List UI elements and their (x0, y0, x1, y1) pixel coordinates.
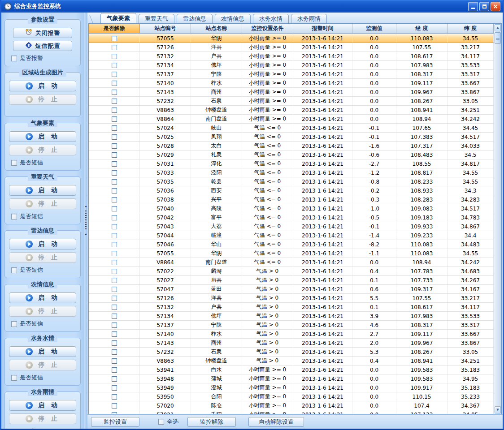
table-row[interactable]: 57143商州小时雨量 >= 02013-1-6 14:210.0109.967… (89, 88, 494, 97)
table-row[interactable]: 57040高陵气温 <= 02013-1-6 14:21-1.0109.0833… (89, 204, 494, 213)
table-row[interactable]: 57137宁陕气温 > 02013-1-6 14:214.6108.31733.… (89, 321, 494, 330)
table-row[interactable]: 57031淳化气温 <= 02013-1-6 14:21-2.7108.5534… (89, 159, 494, 168)
start-button[interactable]: 启 动 (9, 292, 76, 303)
column-header-3[interactable]: 站点名称 (191, 24, 242, 33)
tab-2[interactable]: 重要天气 (139, 14, 174, 23)
sms-checkbox[interactable] (11, 375, 17, 381)
release-checkbox[interactable] (112, 376, 117, 382)
monitor-release-button[interactable]: 监控解除 (187, 417, 236, 427)
table-row[interactable]: 57028太白气温 <= 02013-1-6 14:21-1.6107.3173… (89, 142, 494, 150)
release-checkbox[interactable] (112, 188, 117, 194)
table-row[interactable]: 57132户县小时雨量 >= 02013-1-6 14:210.0108.617… (89, 52, 494, 61)
release-checkbox[interactable] (112, 63, 117, 68)
alarm-checkbox[interactable] (11, 56, 17, 61)
release-checkbox[interactable] (112, 197, 117, 202)
release-checkbox[interactable] (112, 116, 117, 122)
release-checkbox[interactable] (112, 251, 117, 256)
release-checkbox[interactable] (112, 403, 117, 408)
column-header-4[interactable]: 监控设置条件 (242, 24, 293, 33)
table-row[interactable]: 57143商州气温 > 02013-1-6 14:212.0109.96733.… (89, 339, 494, 348)
release-checkbox[interactable] (112, 99, 117, 104)
table-row[interactable]: 57126洋县气温 > 02013-1-6 14:215.5107.5533.2… (89, 294, 494, 303)
column-header-2[interactable]: 站点编号 (140, 24, 191, 33)
start-button[interactable]: 启 动 (9, 131, 76, 142)
release-checkbox[interactable] (112, 287, 117, 292)
scroll-up-button[interactable]: ▲ (495, 24, 501, 31)
table-row[interactable]: V8863钟楼盘道小时雨量 >= 02013-1-6 14:210.0108.9… (89, 106, 494, 115)
table-row[interactable]: 57232石泉气温 > 02013-1-6 14:215.3108.26733.… (89, 348, 494, 357)
sidebar-splitter[interactable]: ◂ ◂ (84, 13, 87, 429)
table-row[interactable]: 57055华阴气温 <= 02013-1-6 14:21-1.1110.0833… (89, 249, 494, 258)
release-checkbox[interactable] (112, 242, 117, 247)
release-checkbox[interactable] (112, 305, 117, 310)
scrollbar-thumb[interactable] (495, 32, 501, 44)
table-row[interactable]: 57140柞水气温 > 02013-1-6 14:212.7109.11733.… (89, 330, 494, 339)
release-checkbox[interactable] (112, 108, 117, 113)
table-row[interactable]: 57022麟游气温 > 02013-1-6 14:210.4107.78334.… (89, 267, 494, 276)
release-checkbox[interactable] (112, 296, 117, 301)
release-checkbox[interactable] (112, 358, 117, 364)
table-row[interactable]: 57042富平气温 <= 02013-1-6 14:21-0.5109.1833… (89, 213, 494, 222)
release-checkbox[interactable] (112, 134, 117, 140)
table-row[interactable]: 57132户县气温 > 02013-1-6 14:210.1108.61734.… (89, 303, 494, 312)
release-checkbox[interactable] (112, 394, 117, 400)
table-row[interactable]: V8863钟楼盘道气温 > 02013-1-6 14:210.4108.9413… (89, 357, 494, 366)
monitor-set-button[interactable]: 监控设置 (91, 417, 139, 427)
release-checkbox[interactable] (112, 349, 117, 355)
table-row[interactable]: 57035乾县气温 <= 02013-1-6 14:21-0.8108.2333… (89, 177, 494, 186)
column-header-1[interactable]: 是否解除 (89, 24, 140, 33)
close-alarm-button[interactable]: 关闭报警 (13, 28, 72, 38)
table-row[interactable]: 57232石泉小时雨量 >= 02013-1-6 14:210.0108.267… (89, 97, 494, 106)
start-button[interactable]: 启 动 (9, 239, 76, 249)
release-checkbox[interactable] (112, 367, 117, 373)
auto-release-button[interactable]: 自动解除设置 (248, 417, 304, 427)
table-row[interactable]: 57044临潼气温 <= 02013-1-6 14:21-1.4109.2333… (89, 231, 494, 240)
start-button[interactable]: 启 动 (9, 185, 76, 196)
table-row[interactable]: 57020陈仓小时雨量 >= 02013-1-6 14:210.0107.434… (89, 401, 494, 410)
close-button[interactable]: × (491, 2, 500, 11)
table-row[interactable]: 53950合阳小时雨量 >= 02013-1-6 14:210.0110.153… (89, 392, 494, 401)
release-checkbox[interactable] (112, 385, 117, 391)
start-button[interactable]: 启 动 (9, 400, 76, 411)
table-row[interactable]: 53948蒲城小时雨量 >= 02013-1-6 14:210.0109.583… (89, 374, 494, 383)
tab-6[interactable]: 水务雨情 (291, 14, 327, 23)
release-checkbox[interactable] (112, 322, 117, 328)
release-checkbox[interactable] (112, 206, 117, 211)
table-row[interactable]: 57134佛坪气温 > 02013-1-6 14:213.9107.98333.… (89, 312, 494, 321)
table-row[interactable]: 57137宁陕小时雨量 >= 02013-1-6 14:210.0108.317… (89, 70, 494, 79)
column-header-8[interactable]: 纬 度 (448, 24, 494, 33)
table-row[interactable]: 53949澄城小时雨量 >= 02013-1-6 14:210.0109.917… (89, 383, 494, 392)
release-checkbox[interactable] (112, 90, 117, 95)
release-checkbox[interactable] (112, 81, 117, 86)
table-row[interactable]: 57033泾阳气温 <= 02013-1-6 14:21-1.2108.8173… (89, 168, 494, 177)
table-row[interactable]: 57029礼泉气温 <= 02013-1-6 14:21-0.6108.4833… (89, 150, 494, 159)
table-row[interactable]: 57024岐山气温 <= 02013-1-6 14:21-0.1107.6534… (89, 124, 494, 133)
table-row[interactable]: 57134佛坪小时雨量 >= 02013-1-6 14:210.0107.983… (89, 61, 494, 70)
tab-4[interactable]: 农情信息 (215, 14, 251, 23)
release-checkbox[interactable] (112, 143, 117, 149)
release-checkbox[interactable] (112, 72, 117, 77)
scrollbar-track[interactable] (494, 44, 501, 406)
release-checkbox[interactable] (112, 233, 117, 238)
release-checkbox[interactable] (112, 224, 117, 229)
release-checkbox[interactable] (112, 54, 117, 59)
vertical-scrollbar[interactable]: ▲ ▼ (494, 24, 501, 414)
select-all-checkbox[interactable] (158, 419, 164, 425)
release-checkbox[interactable] (112, 170, 117, 176)
release-checkbox[interactable] (112, 314, 117, 319)
scroll-down-button[interactable]: ▼ (495, 406, 501, 413)
column-header-6[interactable]: 监测值 (352, 24, 396, 33)
release-checkbox[interactable] (112, 278, 117, 283)
table-row[interactable]: 57038兴平气温 <= 02013-1-6 14:21-0.3108.2833… (89, 195, 494, 204)
table-row[interactable]: 57046华山气温 <= 02013-1-6 14:21-8.2110.0833… (89, 240, 494, 249)
table-row[interactable]: 57043大荔气温 <= 02013-1-6 14:21-0.1109.9333… (89, 222, 494, 231)
table-row[interactable]: 53941白水小时雨量 >= 02013-1-6 14:210.0109.583… (89, 366, 494, 374)
sms-checkbox[interactable] (11, 214, 17, 219)
table-row[interactable]: V8864南门盘道小时雨量 >= 02013-1-6 14:210.0108.9… (89, 115, 494, 124)
release-checkbox[interactable] (112, 260, 117, 265)
column-header-7[interactable]: 经 度 (396, 24, 448, 33)
tab-1[interactable]: 气象要素 (100, 13, 136, 23)
table-row[interactable]: V8864南门盘道气温 <= 02013-1-6 14:210.0108.943… (89, 258, 494, 267)
tab-3[interactable]: 雷达信息 (177, 14, 213, 23)
start-button[interactable]: 启 动 (9, 346, 76, 357)
